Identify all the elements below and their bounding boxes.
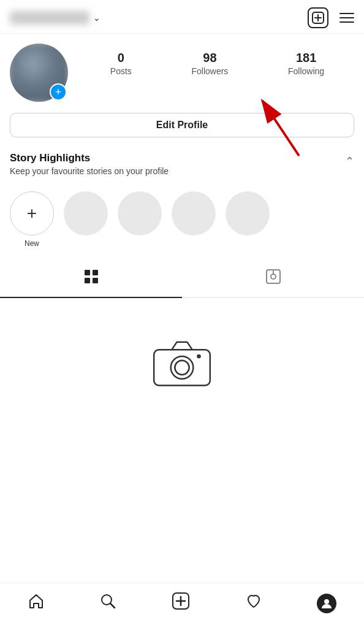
- highlights-subtitle: Keep your favourite stories on your prof…: [10, 166, 169, 178]
- avatar-container: +: [10, 44, 68, 102]
- tagged-icon: [265, 269, 281, 288]
- svg-rect-12: [154, 350, 210, 385]
- highlights-text: Story Highlights Keep your favourite sto…: [10, 152, 169, 178]
- profile-icon: [317, 594, 336, 613]
- grid-icon: [83, 269, 99, 288]
- bottom-nav: [0, 583, 364, 628]
- highlight-item-2[interactable]: [118, 191, 162, 248]
- svg-point-10: [271, 274, 276, 279]
- highlight-circle-1[interactable]: [64, 191, 108, 236]
- new-highlight-label: New: [25, 239, 39, 248]
- followers-stat[interactable]: 98 Followers: [191, 51, 228, 76]
- tabs-row: [0, 260, 364, 298]
- add-icon: [172, 592, 190, 615]
- stats-area: 0 Posts 98 Followers 181 Following: [80, 44, 354, 76]
- top-header: ⌄: [0, 0, 364, 34]
- svg-rect-7: [85, 278, 90, 283]
- svg-line-17: [110, 603, 115, 608]
- svg-rect-6: [93, 270, 98, 275]
- following-count: 181: [296, 51, 316, 65]
- posts-label: Posts: [110, 66, 132, 76]
- chevron-up-icon[interactable]: ⌃: [345, 155, 354, 168]
- edit-profile-button[interactable]: Edit Profile: [10, 113, 354, 137]
- plus-icon: +: [27, 205, 37, 222]
- tab-grid[interactable]: [0, 260, 182, 298]
- home-icon: [28, 592, 45, 614]
- add-post-icon[interactable]: [308, 7, 328, 28]
- tab-tagged[interactable]: [182, 260, 364, 298]
- add-story-button[interactable]: +: [50, 83, 67, 101]
- search-icon: [99, 592, 116, 614]
- nav-search[interactable]: [93, 590, 123, 616]
- svg-rect-8: [93, 278, 98, 283]
- highlight-item-1[interactable]: [64, 191, 108, 248]
- new-highlight-item[interactable]: + New: [10, 191, 54, 248]
- header-icons: [308, 7, 354, 28]
- username-blur: [10, 11, 89, 25]
- nav-activity[interactable]: [239, 590, 268, 616]
- following-stat[interactable]: 181 Following: [288, 51, 324, 76]
- highlight-item-4[interactable]: [226, 191, 270, 248]
- svg-rect-5: [85, 270, 90, 275]
- highlight-circle-4[interactable]: [226, 191, 270, 236]
- svg-point-21: [324, 599, 329, 604]
- followers-label: Followers: [191, 66, 228, 76]
- highlights-title: Story Highlights: [10, 152, 169, 164]
- menu-icon[interactable]: [339, 13, 354, 23]
- story-highlights-section: Story Highlights Keep your favourite sto…: [0, 146, 364, 182]
- nav-home[interactable]: [21, 590, 51, 616]
- camera-icon: [151, 335, 213, 390]
- chevron-down-icon[interactable]: ⌄: [93, 13, 100, 23]
- highlight-item-3[interactable]: [172, 191, 216, 248]
- highlights-header: Story Highlights Keep your favourite sto…: [10, 152, 354, 178]
- username-area[interactable]: ⌄: [10, 11, 100, 25]
- heart-icon: [245, 592, 262, 614]
- nav-add[interactable]: [165, 589, 196, 617]
- profile-section: + 0 Posts 98 Followers 181 Following: [0, 34, 364, 109]
- highlights-row: + New: [0, 182, 364, 258]
- highlight-circle-3[interactable]: [172, 191, 216, 236]
- posts-stat: 0 Posts: [110, 51, 132, 76]
- svg-point-14: [175, 360, 189, 374]
- posts-count: 0: [118, 51, 124, 65]
- following-label: Following: [288, 66, 324, 76]
- svg-point-15: [197, 354, 201, 358]
- empty-posts: [0, 298, 364, 415]
- new-highlight-circle[interactable]: +: [10, 191, 54, 236]
- followers-count: 98: [203, 51, 216, 65]
- highlight-circle-2[interactable]: [118, 191, 162, 236]
- edit-profile-area: Edit Profile: [0, 109, 364, 146]
- nav-profile[interactable]: [311, 591, 343, 616]
